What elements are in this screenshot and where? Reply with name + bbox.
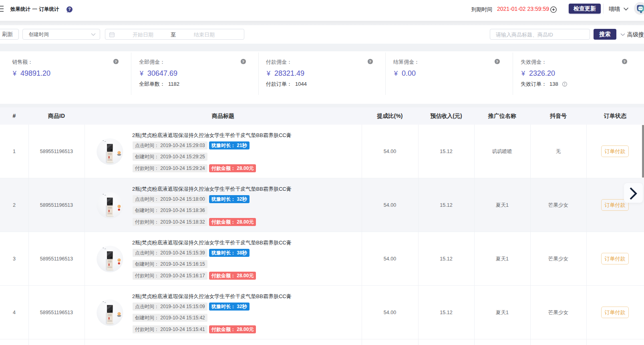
- svg-text:?: ?: [68, 7, 70, 12]
